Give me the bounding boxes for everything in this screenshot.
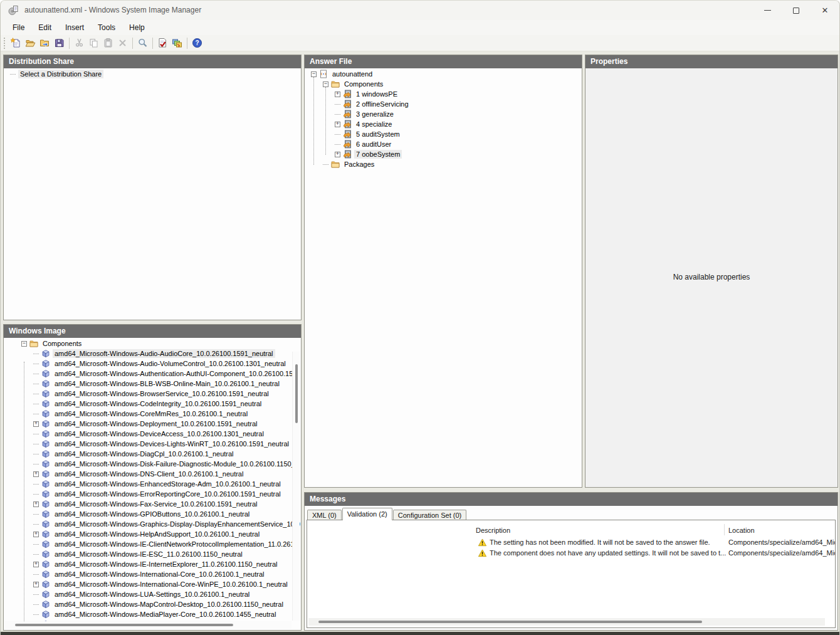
tree-item-autounattend[interactable]: −autounattend	[311, 69, 582, 79]
tree-item-amd64-microsoft-windows-coremmres-10-0-2[interactable]: amd64_Microsoft-Windows-CoreMmRes_10.0.2…	[21, 409, 301, 419]
distribution-share-header: Distribution Share	[4, 55, 301, 68]
close-button[interactable]: ✕	[811, 1, 839, 20]
menu-edit[interactable]: Edit	[31, 21, 58, 34]
tree-item-4-specialize[interactable]: +4 specialize	[311, 119, 582, 129]
menu-file[interactable]: File	[6, 21, 31, 34]
tree-item-amd64-microsoft-windows-ie-internetexplo[interactable]: +amd64_Microsoft-Windows-IE-InternetExpl…	[21, 559, 301, 569]
component-icon	[343, 100, 352, 108]
minus-expander-icon[interactable]: −	[323, 81, 328, 87]
open-answer-file-button[interactable]	[23, 36, 38, 50]
tree-item-amd64-microsoft-windows-disk-failure-dia[interactable]: amd64_Microsoft-Windows-Disk-Failure-Dia…	[21, 459, 301, 469]
save-icon	[54, 38, 65, 48]
plus-expander-icon[interactable]: +	[335, 122, 340, 127]
menu-insert[interactable]: Insert	[58, 21, 91, 34]
new-answer-file-button[interactable]	[9, 36, 23, 50]
plus-expander-icon[interactable]: +	[33, 501, 39, 507]
validate-answer-file-button[interactable]	[155, 36, 170, 50]
tree-item-amd64-microsoft-windows-audio-volumecont[interactable]: amd64_Microsoft-Windows-Audio-VolumeCont…	[21, 359, 301, 369]
tree-item-amd64-microsoft-windows-deployment-10-0-[interactable]: +amd64_Microsoft-Windows-Deployment_10.0…	[21, 419, 301, 429]
tree-item-select-a-distribution-share[interactable]: Select a Distribution Share	[10, 69, 301, 79]
find-button[interactable]	[135, 36, 150, 50]
plus-expander-icon[interactable]: +	[335, 152, 340, 157]
answer-file-panel: Answer File −autounattend−Components+1 w…	[304, 55, 582, 488]
plus-expander-icon[interactable]: +	[335, 92, 340, 97]
windows-image-horizontal-scrollbar[interactable]	[5, 621, 291, 629]
tree-item-amd64-microsoft-windows-browserservice-1[interactable]: amd64_Microsoft-Windows-BrowserService_1…	[21, 389, 301, 399]
tree-item-amd64-microsoft-windows-graphics-display[interactable]: amd64_Microsoft-Windows-Graphics-Display…	[21, 519, 301, 529]
menu-help[interactable]: Help	[122, 21, 152, 34]
tree-item-6-audituser[interactable]: 6 auditUser	[311, 139, 582, 149]
plus-expander-icon[interactable]: +	[33, 471, 39, 477]
message-description: The setting has not been modified. It wi…	[490, 538, 710, 546]
minimize-icon	[764, 10, 771, 11]
tree-item-amd64-microsoft-windows-mapcontrol-deskt[interactable]: amd64_Microsoft-Windows-MapControl-Deskt…	[21, 599, 301, 609]
minus-expander-icon[interactable]: −	[311, 71, 317, 77]
create-configuration-set-button[interactable]	[170, 36, 184, 50]
tree-item-5-auditsystem[interactable]: 5 auditSystem	[311, 129, 582, 139]
tree-item-amd64-microsoft-windows-international-co[interactable]: +amd64_Microsoft-Windows-International-C…	[21, 579, 301, 589]
tree-item-2-offlineservicing[interactable]: 2 offlineServicing	[311, 99, 582, 109]
tree-item-amd64-microsoft-windows-blb-wsb-online-m[interactable]: amd64_Microsoft-Windows-BLB-WSB-Online-M…	[21, 379, 301, 389]
tree-item-3-generalize[interactable]: 3 generalize	[311, 109, 582, 119]
tree-item-amd64-microsoft-windows-errorreportingco[interactable]: amd64_Microsoft-Windows-ErrorReportingCo…	[21, 489, 301, 499]
tree-item-amd64-microsoft-windows-international-co[interactable]: amd64_Microsoft-Windows-International-Co…	[21, 569, 301, 579]
xml-doc-icon	[319, 70, 328, 78]
tree-item-amd64-microsoft-windows-dns-client-10-0-[interactable]: +amd64_Microsoft-Windows-DNS-Client_10.0…	[21, 469, 301, 479]
minimize-button[interactable]	[753, 1, 782, 20]
tree-item-amd64-microsoft-windows-fax-service-10-0[interactable]: +amd64_Microsoft-Windows-Fax-Service_10.…	[21, 499, 301, 509]
tree-item-amd64-microsoft-windows-ie-esc-11-0-2610[interactable]: amd64_Microsoft-Windows-IE-ESC_11.0.2610…	[21, 549, 301, 559]
description-column-header[interactable]: Description	[476, 527, 510, 534]
help-button[interactable]: ?	[190, 36, 204, 50]
properties-panel: Properties No available properties	[585, 55, 838, 488]
tree-item-amd64-microsoft-windows-audio-audiocore-[interactable]: amd64_Microsoft-Windows-Audio-AudioCore_…	[21, 349, 301, 359]
tab-configuration-set-0[interactable]: Configuration Set (0)	[393, 510, 467, 520]
plus-expander-icon[interactable]: +	[33, 562, 39, 567]
plus-expander-icon[interactable]: +	[33, 582, 39, 587]
tree-item-amd64-microsoft-windows-codeintegrity-10[interactable]: amd64_Microsoft-Windows-CodeIntegrity_10…	[21, 399, 301, 409]
plus-expander-icon[interactable]: +	[33, 532, 39, 537]
location-column-header[interactable]: Location	[728, 527, 755, 534]
message-location: Components/specialize/amd64_Mic	[728, 538, 835, 546]
tree-branch-line	[33, 604, 39, 605]
cube-icon	[41, 580, 50, 589]
tree-item-components[interactable]: −Components	[21, 338, 301, 349]
tree-branch-line	[33, 514, 39, 515]
tree-branch-line	[335, 104, 340, 105]
cube-icon	[41, 389, 50, 398]
folder-arrow-icon	[39, 38, 50, 48]
tree-item-amd64-microsoft-windows-diagcpl-10-0-261[interactable]: amd64_Microsoft-Windows-DiagCpl_10.0.261…	[21, 449, 301, 459]
message-row[interactable]: The component does not have any updated …	[307, 548, 835, 559]
tab-xml-0[interactable]: XML (0)	[307, 510, 342, 520]
menu-bar: FileEditInsertToolsHelp	[1, 20, 839, 35]
plus-expander-icon[interactable]: +	[33, 421, 39, 427]
windows-image-vertical-scrollbar[interactable]	[292, 352, 300, 621]
tree-item-1-windowspe[interactable]: +1 windowsPE	[311, 89, 582, 99]
tree-item-amd64-microsoft-windows-authentication-a[interactable]: amd64_Microsoft-Windows-Authentication-A…	[21, 369, 301, 379]
cube-icon	[41, 419, 50, 428]
column-divider[interactable]	[724, 524, 725, 535]
distribution-share-tree: Select a Distribution Share	[4, 68, 301, 320]
tree-item-amd64-microsoft-windows-gpiobuttons-10-0[interactable]: amd64_Microsoft-Windows-GPIOButtons_10.0…	[21, 509, 301, 519]
tree-item-amd64-microsoft-windows-devices-lights-w[interactable]: amd64_Microsoft-Windows-Devices-Lights-W…	[21, 439, 301, 449]
cube-icon	[41, 490, 50, 498]
tree-item-amd64-microsoft-windows-enhancedstorage-[interactable]: amd64_Microsoft-Windows-EnhancedStorage-…	[21, 479, 301, 489]
messages-horizontal-scrollbar[interactable]	[308, 618, 825, 626]
tree-item-amd64-microsoft-windows-mediaplayer-core[interactable]: amd64_Microsoft-Windows-MediaPlayer-Core…	[21, 609, 301, 619]
tree-item-amd64-microsoft-windows-lua-settings-10-[interactable]: amd64_Microsoft-Windows-LUA-Settings_10.…	[21, 589, 301, 599]
tab-validation-2[interactable]: Validation (2)	[342, 508, 392, 520]
menu-tools[interactable]: Tools	[91, 21, 122, 34]
tree-branch-line	[33, 374, 39, 374]
tree-item-components[interactable]: −Components	[311, 79, 582, 89]
distribution-share-panel: Distribution Share Select a Distribution…	[3, 55, 302, 320]
tree-item-amd64-microsoft-windows-deviceaccess-10-[interactable]: amd64_Microsoft-Windows-DeviceAccess_10.…	[21, 429, 301, 439]
title-bar: autounattend.xml - Windows System Image …	[1, 1, 839, 20]
tree-item-amd64-microsoft-windows-helpandsupport-1[interactable]: +amd64_Microsoft-Windows-HelpAndSupport_…	[21, 529, 301, 539]
minus-expander-icon[interactable]: −	[21, 341, 27, 347]
tree-item-amd64-microsoft-windows-ie-clientnetwork[interactable]: amd64_Microsoft-Windows-IE-ClientNetwork…	[21, 539, 301, 549]
tree-item-packages[interactable]: Packages	[311, 159, 582, 169]
tree-item-7-oobesystem[interactable]: +7 oobeSystem	[311, 149, 582, 159]
message-row[interactable]: The setting has not been modified. It wi…	[307, 537, 835, 548]
save-answer-file-button[interactable]	[52, 36, 66, 50]
maximize-button[interactable]	[782, 1, 811, 20]
import-package-button[interactable]	[38, 36, 52, 50]
